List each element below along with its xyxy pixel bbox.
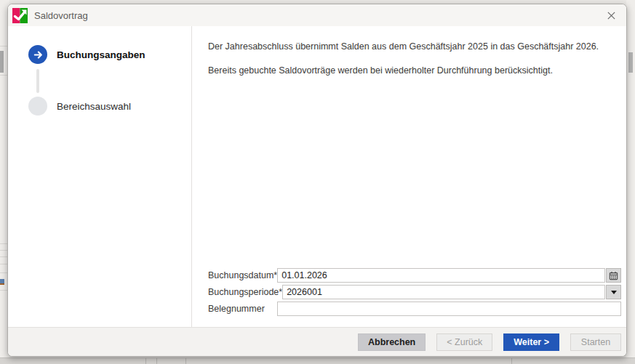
background-scrollbar-thumb[interactable]: [0, 51, 4, 73]
belegnummer-label: Belegnummer: [208, 304, 277, 314]
dialog-title: Saldovortrag: [34, 10, 88, 21]
buchungsdatum-input[interactable]: [277, 268, 605, 283]
calendar-icon[interactable]: [606, 268, 621, 283]
screen: Saldovortrag Buchungsangaben: [0, 0, 635, 364]
dialog-body: Buchungsangaben Bereichsauswahl Der Jahr…: [8, 26, 626, 327]
buchungsdatum-label: Buchungsdatum*: [208, 270, 277, 280]
background-app-fragment: [0, 279, 4, 285]
wizard-step-bereichsauswahl[interactable]: Bereichsauswahl: [28, 97, 131, 116]
zurueck-button[interactable]: < Zurück: [436, 333, 492, 351]
dialog-titlebar[interactable]: Saldovortrag: [8, 4, 626, 26]
dialog-content: Der Jahresabschluss übernimmt Salden aus…: [192, 26, 626, 327]
step-label: Buchungsangaben: [57, 49, 145, 60]
info-text-2: Bereits gebuchte Saldovorträge werden be…: [208, 65, 621, 77]
circle-icon: [28, 97, 47, 116]
step-connector: [36, 69, 39, 93]
background-column-divider: [185, 358, 186, 364]
info-text-1: Der Jahresabschluss übernimmt Salden aus…: [208, 41, 621, 53]
background-app-bottom-edge: [0, 357, 635, 364]
background-column-divider: [156, 358, 157, 364]
form-row-buchungsperiode: Buchungsperiode*: [208, 285, 621, 299]
close-icon[interactable]: [603, 7, 619, 23]
buchungsperiode-label: Buchungsperiode*: [208, 287, 282, 297]
form-row-belegnummer: Belegnummer: [208, 302, 621, 316]
arrow-right-icon: [28, 45, 47, 64]
dialog-footer: Abbrechen < Zurück Weiter > Starten: [8, 327, 626, 356]
app-logo-icon: [12, 8, 28, 23]
step-label: Bereichsauswahl: [57, 101, 131, 112]
form-row-buchungsdatum: Buchungsdatum*: [208, 268, 621, 283]
saldovortrag-dialog: Saldovortrag Buchungsangaben: [7, 4, 627, 357]
buchungsperiode-input[interactable]: [282, 285, 605, 299]
wizard-step-buchungsangaben[interactable]: Buchungsangaben: [28, 45, 145, 64]
background-column-divider: [511, 358, 512, 364]
background-scrollbar-thumb[interactable]: [628, 52, 633, 73]
belegnummer-input[interactable]: [277, 302, 621, 316]
abbrechen-button[interactable]: Abbrechen: [358, 333, 426, 351]
wizard-steps-panel: Buchungsangaben Bereichsauswahl: [8, 26, 192, 327]
background-column-divider: [145, 358, 146, 364]
background-app-right-edge: [626, 0, 635, 364]
starten-button[interactable]: Starten: [570, 333, 621, 351]
weiter-button[interactable]: Weiter >: [503, 333, 559, 351]
booking-form: Buchungsdatum*: [208, 268, 621, 318]
caret-down-icon[interactable]: [606, 285, 621, 299]
